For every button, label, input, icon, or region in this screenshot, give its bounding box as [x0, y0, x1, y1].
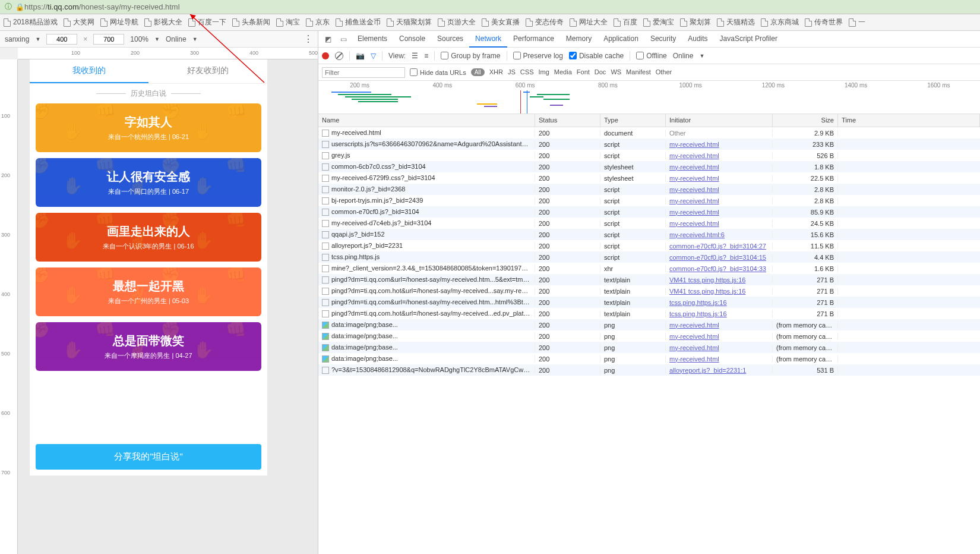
- network-row[interactable]: data:image/png;base...200pngmy-received.…: [318, 353, 980, 364]
- network-row[interactable]: pingd?dm=ti.qq.com&url=/honest-say/my-re…: [318, 297, 980, 308]
- device-toggle-icon[interactable]: ▭: [336, 32, 350, 46]
- bookmark-item[interactable]: 美女直播: [482, 17, 520, 27]
- bookmark-item[interactable]: 页游大全: [438, 17, 476, 27]
- network-row[interactable]: data:image/png;base...200pngmy-received.…: [318, 319, 980, 330]
- devtools-tab[interactable]: Console: [393, 31, 431, 48]
- hide-data-urls-checkbox[interactable]: Hide data URLs: [410, 68, 466, 76]
- network-row[interactable]: qqapi.js?_bid=152200scriptmy-received.ht…: [318, 229, 980, 240]
- waterfall-overview[interactable]: 200 ms400 ms600 ms800 ms1000 ms1200 ms14…: [318, 81, 980, 114]
- device-name[interactable]: sanxing: [5, 35, 29, 43]
- network-row[interactable]: pingd?dm=ti.qq.com&url=/honest-say/my-re…: [318, 274, 980, 285]
- network-row[interactable]: tcss.ping.https.js200scriptcommon-e70cf0…: [318, 251, 980, 263]
- bookmark-item[interactable]: 聚划算: [680, 17, 711, 27]
- filter-input[interactable]: [322, 67, 405, 78]
- network-row[interactable]: data:image/png;base...200pngmy-received.…: [318, 330, 980, 342]
- bookmark-item[interactable]: 一: [849, 17, 865, 27]
- confession-card[interactable]: ✊✋👊✌✊✋👊✌最想一起开黑来自一个广州的男生 | 05-03: [36, 267, 261, 316]
- network-row[interactable]: data:image/png;base...200pngmy-received.…: [318, 342, 980, 353]
- filter-type[interactable]: Other: [656, 68, 672, 76]
- address-bar[interactable]: ⓘ 🔒 https://ti.qq.com/honest-say/my-rece…: [0, 0, 980, 14]
- network-row[interactable]: pingd?dm=ti.qq.com.hot&url=/honest-say/m…: [318, 285, 980, 297]
- confession-card[interactable]: ✊✋👊✌✊✋👊✌画里走出来的人来自一个认识3年的男生 | 06-16: [36, 213, 261, 262]
- filter-type[interactable]: Media: [554, 68, 572, 76]
- bookmark-item[interactable]: 变态传奇: [526, 17, 564, 27]
- network-row[interactable]: userscripts.js?ts=63666463070962&name=Ad…: [318, 138, 980, 150]
- col-size[interactable]: Size: [773, 114, 838, 127]
- chevron-down-icon[interactable]: ▼: [35, 36, 40, 42]
- devtools-tab[interactable]: JavaScript Profiler: [714, 31, 783, 48]
- col-initiator[interactable]: Initiator: [666, 114, 773, 127]
- bookmark-item[interactable]: 网址导航: [100, 17, 138, 27]
- network-row[interactable]: pingd?dm=ti.qq.com.hot&url=/honest-say/m…: [318, 308, 980, 319]
- clear-icon[interactable]: [335, 52, 343, 60]
- bookmark-item[interactable]: 京东: [306, 17, 330, 27]
- network-row[interactable]: my-received-d7c4eb.js?_bid=3104200script…: [318, 218, 980, 229]
- filter-type[interactable]: Font: [577, 68, 590, 76]
- large-rows-icon[interactable]: ☰: [412, 52, 418, 60]
- tab-friends[interactable]: 好友收到的: [148, 59, 267, 83]
- filter-type[interactable]: Img: [538, 68, 549, 76]
- bookmark-item[interactable]: 传奇世界: [805, 17, 843, 27]
- bookmark-item[interactable]: 捕鱼送金币: [336, 17, 381, 27]
- tab-received[interactable]: 我收到的: [30, 59, 148, 83]
- network-row[interactable]: ?v=3&t=15308486812908&q=NobwRADghgTlC2Y8…: [318, 364, 980, 376]
- chevron-down-icon[interactable]: ▼: [699, 53, 704, 59]
- preserve-log-checkbox[interactable]: Preserve log: [513, 52, 563, 60]
- bookmark-item[interactable]: 2018精品游戏: [4, 17, 58, 27]
- filter-type[interactable]: Manifest: [626, 68, 651, 76]
- zoom-select[interactable]: 100%: [130, 35, 148, 43]
- network-row[interactable]: common-e70cf0.js?_bid=3104200scriptmy-re…: [318, 206, 980, 218]
- bookmark-item[interactable]: 头条新闻: [232, 17, 270, 27]
- network-row[interactable]: my-received-6729f9.css?_bid=3104200style…: [318, 172, 980, 184]
- throttle-select[interactable]: Online: [673, 52, 694, 60]
- devtools-tab[interactable]: Elements: [352, 31, 393, 48]
- col-type[interactable]: Type: [600, 114, 666, 127]
- filter-type[interactable]: XHR: [489, 68, 503, 76]
- filter-type[interactable]: WS: [611, 68, 621, 76]
- filter-icon[interactable]: ▽: [371, 52, 376, 60]
- confession-card[interactable]: ✊✋👊✌✊✋👊✌字如其人来自一个杭州的男生 | 06-21: [36, 103, 261, 152]
- col-name[interactable]: Name: [318, 114, 535, 127]
- devtools-tab[interactable]: Audits: [682, 31, 713, 48]
- share-button[interactable]: 分享我的"坦白说": [36, 444, 261, 470]
- devtools-tab[interactable]: Application: [598, 31, 644, 48]
- width-input[interactable]: [46, 34, 77, 45]
- devtools-tab[interactable]: Sources: [431, 31, 469, 48]
- network-row[interactable]: alloyreport.js?_bid=2231200scriptcommon-…: [318, 240, 980, 251]
- disable-cache-checkbox[interactable]: Disable cache: [569, 52, 624, 60]
- inspect-icon[interactable]: ◩: [321, 32, 335, 46]
- confession-card[interactable]: ✊✋👊✌✊✋👊✌总是面带微笑来自一个摩羯座的男生 | 04-27: [36, 322, 261, 371]
- offline-checkbox[interactable]: Offline: [636, 52, 666, 60]
- camera-icon[interactable]: 📷: [356, 52, 365, 60]
- bookmark-item[interactable]: 天猫精选: [717, 17, 755, 27]
- group-by-frame-checkbox[interactable]: Group by frame: [441, 52, 500, 60]
- more-icon[interactable]: ⋮: [304, 33, 313, 45]
- chevron-down-icon[interactable]: ▼: [192, 36, 198, 42]
- network-row[interactable]: my-received.html200documentOther2.9 KB: [318, 127, 980, 138]
- bookmark-item[interactable]: 大奖网: [64, 17, 94, 27]
- bookmark-item[interactable]: 淘宝: [276, 17, 300, 27]
- throttle-select[interactable]: Online: [166, 35, 186, 43]
- overview-icon[interactable]: ≡: [424, 52, 428, 60]
- confession-card[interactable]: ✊✋👊✌✊✋👊✌让人很有安全感来自一个周口的男生 | 06-17: [36, 158, 261, 207]
- filter-type[interactable]: All: [471, 68, 485, 76]
- col-time[interactable]: Time: [838, 114, 980, 127]
- bookmark-item[interactable]: 京东商城: [761, 17, 799, 27]
- devtools-tab[interactable]: Network: [469, 31, 507, 48]
- filter-type[interactable]: JS: [508, 68, 516, 76]
- network-row[interactable]: monitor-2.0.js?_bid=2368200scriptmy-rece…: [318, 184, 980, 195]
- network-row[interactable]: grey.js200scriptmy-received.html526 B: [318, 150, 980, 161]
- bookmark-item[interactable]: 爱淘宝: [643, 17, 674, 27]
- col-status[interactable]: Status: [535, 114, 600, 127]
- bookmark-item[interactable]: 天猫聚划算: [387, 17, 432, 27]
- devtools-tab[interactable]: Security: [644, 31, 682, 48]
- filter-type[interactable]: Doc: [595, 68, 606, 76]
- network-row[interactable]: bj-report-tryjs.min.js?_bid=2439200scrip…: [318, 195, 980, 206]
- bookmark-item[interactable]: 网址大全: [570, 17, 608, 27]
- devtools-tab[interactable]: Performance: [507, 31, 560, 48]
- filter-type[interactable]: CSS: [520, 68, 534, 76]
- bookmark-item[interactable]: 百度一下: [188, 17, 226, 27]
- bookmark-item[interactable]: 百度: [614, 17, 637, 27]
- network-row[interactable]: common-6cb7c0.css?_bid=3104200stylesheet…: [318, 161, 980, 172]
- bookmark-item[interactable]: 影视大全: [144, 17, 182, 27]
